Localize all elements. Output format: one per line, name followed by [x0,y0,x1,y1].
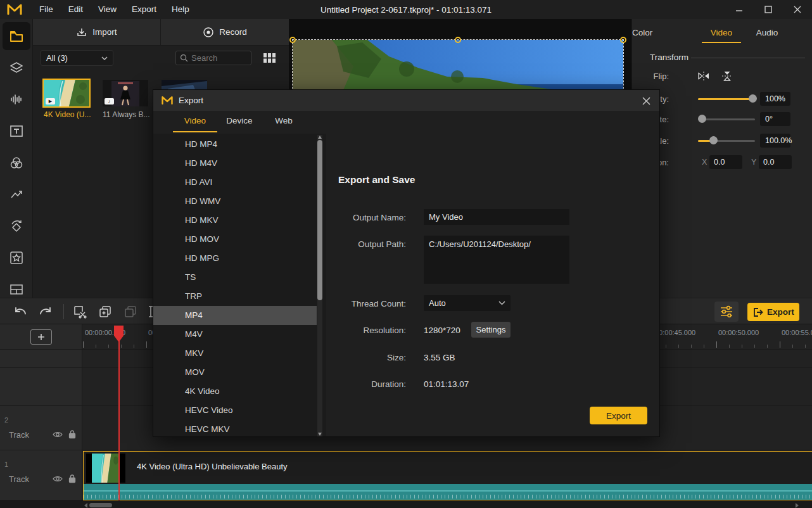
track-visibility-eye-icon[interactable] [52,474,63,485]
menu-item[interactable]: Help [164,0,197,19]
close-button[interactable] [783,0,812,19]
opacity-value[interactable]: 100% [760,92,790,106]
track-visibility-eye-icon[interactable] [52,430,63,440]
format-option[interactable]: HD M4V [153,154,317,173]
flip-label: Flip: [593,72,669,81]
layers-icon [9,60,24,75]
media-filter-dropdown[interactable]: All (3) [41,50,113,66]
position-x-label: X [702,158,707,167]
properties-tab[interactable]: Video [702,25,741,43]
sidebar-item-text[interactable] [3,117,30,145]
thread-count-dropdown[interactable]: Auto [424,295,511,311]
undo-icon[interactable] [13,304,28,319]
timeline-horizontal-scrollbar[interactable] [0,500,812,508]
scale-slider[interactable] [698,136,755,145]
split-clip-icon[interactable] [72,304,87,319]
rotate-value[interactable]: 0° [760,112,790,126]
format-option[interactable]: HD AVI [153,173,317,192]
export-confirm-button[interactable]: Export [590,407,647,424]
track-number: 1 [4,460,8,468]
menu-item[interactable]: File [32,0,61,19]
position-x-input[interactable]: 0.0 [709,155,742,169]
menu-item[interactable]: View [91,0,124,19]
redo-icon[interactable] [38,304,53,319]
format-option[interactable]: HEVC MKV [153,420,317,437]
format-option[interactable]: TRP [153,287,317,306]
export-toolbar-button[interactable]: Export [747,303,799,321]
record-icon [203,27,214,38]
media-item-label: 11 Always B... [103,110,149,119]
format-option[interactable]: HD MOV [153,230,317,249]
properties-tab[interactable]: Audio [747,25,787,43]
play-badge-icon: ▶ [46,98,55,105]
selection-handle-top-center[interactable] [455,37,461,43]
sidebar-item-transitions[interactable] [3,181,30,208]
format-option[interactable]: HD MP4 [153,135,317,154]
export-button-label: Export [767,307,794,317]
flip-horizontal-icon[interactable] [697,70,711,82]
add-track-button[interactable] [30,329,52,345]
sidebar-item-overlays[interactable] [3,54,30,82]
export-dialog-tab[interactable]: Device [217,111,262,132]
output-path-box[interactable]: C:/Users/U201124/Desktop/ [424,236,569,284]
menu-item[interactable]: Export [124,0,164,19]
import-button[interactable]: Import [33,19,161,45]
format-option[interactable]: TS [153,268,317,287]
maximize-button[interactable] [754,0,783,19]
properties-tab[interactable]: Color [632,25,652,43]
sidebar-item-media[interactable] [3,22,30,50]
flip-vertical-icon[interactable] [721,70,735,82]
format-option[interactable]: HD WMV [153,192,317,211]
scroll-right-icon[interactable] [796,503,799,508]
menu-item[interactable]: Edit [61,0,91,19]
format-option[interactable]: MOV [153,363,317,382]
format-option[interactable]: HD MKV [153,211,317,230]
duplicate-icon[interactable] [98,304,113,319]
sidebar-item-effects[interactable] [3,244,30,272]
format-option[interactable]: MP4 [153,306,317,325]
scroll-down-icon[interactable] [318,433,322,436]
rotate-slider[interactable] [698,115,755,124]
format-list-scrollbar[interactable] [317,135,322,436]
scale-value[interactable]: 100.0% [760,134,790,148]
selection-handle-top-left[interactable] [289,37,296,43]
format-option[interactable]: M4V [153,325,317,344]
media-item-audio[interactable]: ♪ 11 Always B... [103,80,148,119]
dialog-close-icon[interactable] [640,95,652,106]
track-lock-icon[interactable] [68,429,79,440]
scroll-up-icon[interactable] [318,136,322,139]
search-input[interactable] [191,53,246,63]
output-name-input[interactable] [424,209,569,225]
media-item-video[interactable]: ▶ 4K Video (U... [44,80,89,119]
format-option[interactable]: MKV [153,344,317,363]
resolution-settings-button[interactable]: Settings [471,322,511,338]
grid-view-button[interactable] [262,51,276,65]
export-dialog-tab[interactable]: Video [173,111,217,132]
sidebar-item-filters[interactable] [3,149,30,177]
format-option[interactable]: HD MPG [153,249,317,268]
scrollbar-thumb[interactable] [89,503,112,507]
export-dialog-tab[interactable]: Web [262,111,306,132]
record-button[interactable]: Record [161,19,289,45]
minimize-button[interactable] [725,0,754,19]
format-option[interactable]: 4K Video [153,382,317,401]
resolution-value: 1280*720 [424,326,460,335]
search-icon [180,54,188,62]
row-divider [0,450,812,450]
scroll-left-icon[interactable] [84,503,87,508]
sidebar-item-audio[interactable] [3,86,30,113]
adjustments-icon [720,305,733,318]
timeline-settings-button[interactable] [714,302,739,322]
timeline-clip[interactable]: 4K Video (Ultra HD) Unbelievable Beauty [83,451,812,500]
position-y-input[interactable]: 0.0 [759,155,792,169]
selection-handle-top-right[interactable] [620,37,626,43]
export-settings-form: Export and Save Output Name: Output Path… [326,134,660,437]
sidebar-item-animation[interactable] [3,212,30,240]
resolution-label: Resolution: [305,326,406,335]
opacity-slider[interactable] [698,94,755,103]
format-option[interactable]: HEVC Video [153,401,317,420]
track-lock-icon[interactable] [68,474,79,484]
clip-title: 4K Video (Ultra HD) Unbelievable Beauty [137,462,288,471]
copy-icon[interactable] [123,304,138,319]
split-screen-icon [9,282,24,297]
